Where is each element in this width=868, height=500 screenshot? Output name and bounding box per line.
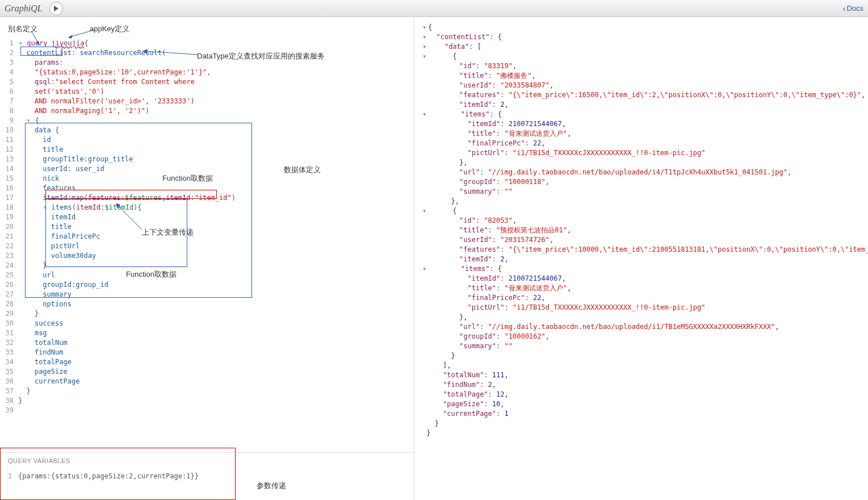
query-variables-header[interactable]: QUERY VARIABLES	[0, 452, 414, 469]
result-pane[interactable]: ▾{ ▾ "contentList": { ▾ "data": [ ▾ { "i…	[414, 17, 868, 500]
topbar: GraphiQL ‹ Docs	[0, 0, 868, 17]
query-editor[interactable]: 1234567891011121314151617181920212223242…	[0, 17, 414, 452]
query-variables-editor[interactable]: 1 {params:{status:0,pageSize:2,currentPa…	[0, 469, 414, 500]
arrow-appkey	[67, 28, 101, 40]
qv-line-number: 1	[8, 472, 18, 497]
docs-button[interactable]: ‹ Docs	[842, 3, 863, 13]
main-area: 1234567891011121314151617181920212223242…	[0, 17, 868, 500]
qv-content[interactable]: {params:{status:0,pageSize:2,currentPage…	[18, 472, 199, 497]
play-icon	[53, 6, 59, 11]
annotation-appkey-def: appKey定义	[90, 24, 129, 34]
svg-line-2	[68, 30, 95, 38]
run-button[interactable]	[49, 2, 63, 15]
app-title: GraphiQL	[5, 3, 43, 14]
editor-pane: 1234567891011121314151617181920212223242…	[0, 17, 414, 500]
docs-label: Docs	[846, 4, 863, 13]
code-area[interactable]: ▾ query jiyoujia{ contentList: searchRes…	[18, 39, 414, 415]
chevron-left-icon: ‹	[842, 3, 845, 13]
line-gutter: 1234567891011121314151617181920212223242…	[0, 17, 17, 415]
svg-marker-3	[68, 35, 73, 39]
